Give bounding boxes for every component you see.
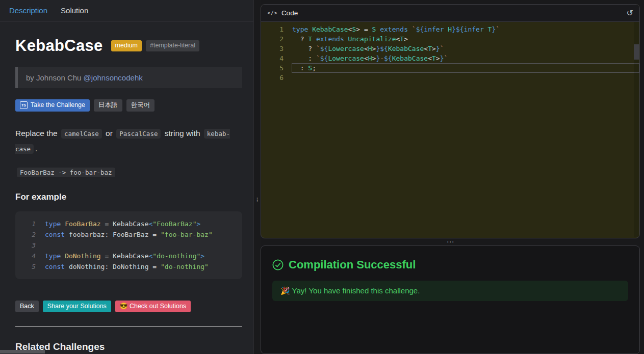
title-row: KebabCase medium #template-literal (15, 37, 242, 55)
line-number: 4 (261, 53, 292, 63)
panel-splitter-horizontal[interactable]: ⋯ (261, 238, 640, 246)
difficulty-badge[interactable]: medium (111, 40, 142, 51)
code-text: type FooBarBaz = KebabCase<"FooBarBaz"> (45, 219, 200, 229)
code-text (292, 73, 639, 83)
example-code-block: 1type FooBarBaz = KebabCase<"FooBarBaz">… (15, 211, 242, 279)
text-run: Replace the (15, 129, 60, 138)
output-title: Compilation Successful (289, 258, 416, 271)
code-icon: </> (267, 10, 277, 16)
back-button[interactable]: Back (15, 301, 39, 313)
author-handle-link[interactable]: @johnsoncodehk (84, 73, 143, 82)
code-panel-header: </> Code ↺ (261, 5, 639, 22)
checkout-solutions-button[interactable]: 😎 Check out Solutions (115, 301, 191, 313)
reset-code-icon[interactable]: ↺ (627, 8, 633, 18)
code-text (45, 240, 49, 251)
code-line[interactable]: 2 ? T extends Uncapitalize<T> (261, 34, 639, 44)
description-content: KebabCase medium #template-literal by Jo… (0, 21, 253, 354)
horizontal-scrollbar[interactable] (0, 350, 253, 354)
inline-code: camelCase (61, 129, 102, 139)
panel-splitter-vertical[interactable]: ⁞ (254, 0, 261, 354)
code-line: 2const foobarbaz: FooBarBaz = "foo-bar-b… (15, 229, 234, 240)
intro-paragraph: Replace the camelCase or PascalCase stri… (15, 126, 242, 156)
playground-app: Description Solution KebabCase medium #t… (0, 0, 644, 354)
line-number: 5 (261, 63, 292, 73)
text-run: . (35, 144, 37, 153)
code-text: type KebabCase<S> = S extends `${infer H… (292, 24, 639, 34)
code-panel-title: Code (281, 9, 298, 17)
code-panel: </> Code ↺ 1type KebabCase<S> = S extend… (261, 4, 640, 238)
take-challenge-label: Take the Challenge (31, 101, 85, 110)
footer-action-row: Back Share your Solutions 😎 Check out So… (15, 301, 242, 313)
line-number: 3 (15, 240, 36, 251)
output-panel: Compilation Successful 🎉 Yay! You have f… (261, 246, 640, 354)
code-editor[interactable]: 1type KebabCase<S> = S extends `${infer … (261, 22, 639, 238)
author-name: by Johnson Chu (26, 73, 84, 82)
section-divider (15, 326, 242, 327)
take-challenge-button[interactable]: TS Take the Challenge (15, 99, 90, 112)
tabbar: Description Solution (0, 0, 253, 21)
compilation-status-heading: Compilation Successful (272, 258, 628, 271)
check-circle-icon (272, 259, 284, 270)
code-line: 5const doNothing: DoNothing = "do-nothin… (15, 261, 234, 272)
tab-solution[interactable]: Solution (61, 6, 88, 15)
code-text: type DoNothing = KebabCase<"do-nothing"> (45, 251, 204, 261)
tab-description[interactable]: Description (9, 6, 47, 15)
code-line[interactable]: 4 : `${Lowercase<H>}-${KebabCase<T>}` (261, 53, 639, 63)
topic-tag-badge[interactable]: #template-literal (146, 40, 199, 51)
action-row: TS Take the Challenge 日本語 한국어 (15, 99, 242, 112)
line-number: 4 (15, 251, 36, 261)
line-number: 1 (15, 219, 36, 229)
inline-code: PascalCase (116, 129, 161, 139)
scrollbar-thumb[interactable] (0, 350, 45, 353)
line-number: 6 (261, 73, 292, 83)
code-text: const doNothing: DoNothing = "do-nothing… (45, 261, 209, 272)
editor-column: </> Code ↺ 1type KebabCase<S> = S extend… (261, 0, 644, 354)
author-quote: by Johnson Chu @johnsoncodehk (15, 67, 242, 88)
scrollbar-thumb[interactable] (634, 44, 639, 60)
line-number: 2 (15, 229, 36, 240)
challenge-title: KebabCase (15, 37, 103, 55)
text-run: string with (162, 129, 202, 138)
editor-scrollbar[interactable] (634, 22, 639, 237)
lang-japanese-button[interactable]: 日本語 (94, 99, 122, 112)
success-message: 🎉 Yay! You have finished this challenge. (272, 281, 628, 301)
code-line[interactable]: 3 ? `${Lowercase<H>}${KebabCase<T>}` (261, 44, 639, 53)
code-line[interactable]: 1type KebabCase<S> = S extends `${infer … (261, 24, 639, 34)
code-text: : S; (292, 63, 639, 73)
code-line: 1type FooBarBaz = KebabCase<"FooBarBaz"> (15, 219, 234, 229)
line-number: 5 (15, 261, 36, 272)
code-line[interactable]: 6 (261, 73, 639, 83)
example-heading: For example (15, 192, 242, 202)
line-number: 1 (261, 24, 292, 34)
text-run: or (104, 129, 115, 138)
code-text: ? `${Lowercase<H>}${KebabCase<T>}` (292, 44, 639, 53)
splitter-handle-icon: ⁞ (256, 196, 259, 204)
inline-code: FooBarBaz -> foo-bar-baz (17, 168, 115, 177)
line-number: 3 (261, 44, 292, 53)
transform-example: FooBarBaz -> foo-bar-baz (15, 168, 242, 177)
description-panel: Description Solution KebabCase medium #t… (0, 0, 254, 354)
lang-korean-button[interactable]: 한국어 (126, 99, 155, 112)
code-text: const foobarbaz: FooBarBaz = "foo-bar-ba… (45, 229, 213, 240)
code-line: 4type DoNothing = KebabCase<"do-nothing"… (15, 251, 234, 261)
code-text: ? T extends Uncapitalize<T> (292, 34, 639, 44)
code-line: 3 (15, 240, 234, 251)
line-number: 2 (261, 34, 292, 44)
share-solutions-button[interactable]: Share your Solutions (43, 301, 111, 313)
typescript-logo-icon: TS (20, 101, 28, 109)
code-line[interactable]: 5 : S; (261, 63, 639, 73)
code-text: : `${Lowercase<H>}-${KebabCase<T>}` (292, 53, 639, 63)
